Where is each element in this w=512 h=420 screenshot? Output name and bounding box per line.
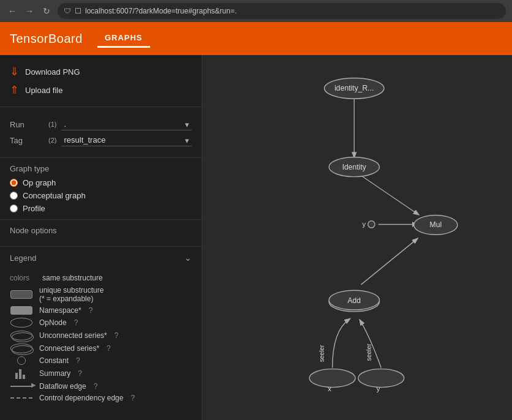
- unconnected-icon: [10, 331, 33, 340]
- profile-radio[interactable]: [10, 204, 18, 212]
- svg-text:Identity: Identity: [342, 163, 367, 171]
- legend-connected-q[interactable]: ?: [107, 344, 111, 353]
- legend-control-q[interactable]: ?: [130, 394, 135, 402]
- legend-connected-item: Connected series* ?: [10, 343, 192, 353]
- graph-svg: identity_R... Identity Mul y Add seeler …: [202, 55, 512, 420]
- constant-icon: [10, 356, 33, 365]
- run-number: (1): [48, 121, 56, 128]
- tag-select-wrapper[interactable]: result_trace: [61, 134, 192, 146]
- legend-unconnected-label: Unconnected series*: [39, 331, 107, 340]
- legend-summary-item: Summary ?: [10, 368, 192, 379]
- legend-section: Legend ⌄ colors same substructure unique…: [0, 246, 201, 410]
- op-graph-label: Op graph: [23, 178, 56, 187]
- svg-point-11: [368, 221, 375, 228]
- file-actions-section: ⇓ Download PNG ⇑ Upload file: [0, 55, 201, 107]
- summary-icon: [10, 368, 33, 379]
- legend-opnode-q[interactable]: ?: [74, 318, 78, 327]
- legend-colors-label: colors: [10, 274, 37, 282]
- legend-dataflow-label: Dataflow edge: [39, 382, 86, 391]
- nav-tab-graphs[interactable]: GRAPHS: [97, 29, 150, 48]
- svg-text:seeler: seeler: [318, 345, 325, 362]
- unconnected-shape: [10, 331, 32, 340]
- svg-point-16: [309, 369, 355, 388]
- run-select[interactable]: .: [61, 118, 192, 130]
- svg-text:x: x: [328, 385, 331, 392]
- dataflow-shape: [10, 386, 32, 387]
- svg-text:identity_R...: identity_R...: [334, 84, 374, 92]
- legend-unconnected-item: Unconnected series* ?: [10, 331, 192, 340]
- forward-button[interactable]: →: [23, 5, 36, 17]
- back-button[interactable]: ←: [6, 5, 18, 17]
- tag-label: Tag: [10, 136, 43, 145]
- browser-chrome: ← → ↻ 🛡 ☐ localhost:6007/?darkMode=true#…: [0, 0, 512, 22]
- svg-point-19: [358, 369, 404, 388]
- legend-constant-item: Constant ?: [10, 356, 192, 365]
- svg-line-1: [361, 176, 419, 215]
- legend-namespace-label: Namespace*: [39, 306, 81, 315]
- summary-shape: [15, 368, 28, 379]
- shield-icon: 🛡: [64, 7, 71, 15]
- legend-opnode-item: OpNode ?: [10, 318, 192, 328]
- tag-row: Tag (2) result_trace: [10, 134, 192, 146]
- conceptual-graph-option[interactable]: Conceptual graph: [10, 191, 192, 200]
- svg-line-3: [361, 239, 418, 285]
- dataflow-icon: [10, 386, 33, 387]
- namespace-icon: [10, 306, 33, 315]
- legend-namespace-q[interactable]: ?: [89, 306, 93, 315]
- opnode-icon: [10, 318, 33, 328]
- legend-control-item: Control dependency edge ?: [10, 394, 192, 402]
- node-options-label: Node options: [10, 226, 192, 235]
- unique-shape: [10, 290, 32, 299]
- op-graph-option[interactable]: Op graph: [10, 178, 192, 187]
- profile-label: Profile: [23, 204, 45, 213]
- profile-option[interactable]: Profile: [10, 204, 192, 213]
- download-png-button[interactable]: ⇓ Download PNG: [10, 62, 192, 81]
- graph-canvas[interactable]: identity_R... Identity Mul y Add seeler …: [202, 55, 512, 420]
- download-label: Download PNG: [25, 67, 80, 77]
- sidebar: ⇓ Download PNG ⇑ Upload file Run (1) . T…: [0, 55, 202, 420]
- legend-summary-label: Summary: [39, 369, 70, 378]
- tag-number: (2): [48, 137, 56, 144]
- legend-opnode-label: OpNode: [39, 318, 67, 327]
- run-tag-section: Run (1) . Tag (2) result_trace: [0, 107, 201, 158]
- run-select-wrapper[interactable]: .: [61, 118, 192, 130]
- control-icon: [10, 397, 33, 399]
- svg-text:Mul: Mul: [430, 220, 442, 229]
- main-layout: ⇓ Download PNG ⇑ Upload file Run (1) . T…: [0, 55, 512, 420]
- unique-icon: [10, 290, 33, 299]
- upload-icon: ⇑: [10, 83, 19, 97]
- address-bar-icon: ☐: [75, 7, 81, 15]
- legend-summary-q[interactable]: ?: [78, 369, 82, 378]
- radio-group: Op graph Conceptual graph Profile: [10, 178, 192, 213]
- legend-unconnected-q[interactable]: ?: [115, 331, 119, 340]
- upload-file-button[interactable]: ⇑ Upload file: [10, 81, 192, 99]
- legend-title: Legend: [10, 253, 36, 263]
- conceptual-graph-label: Conceptual graph: [23, 191, 86, 200]
- address-bar[interactable]: 🛡 ☐ localhost:6007/?darkMode=true#graphs…: [58, 3, 506, 19]
- legend-unique-item: unique substructure (* = expandable): [10, 286, 192, 303]
- run-row: Run (1) .: [10, 118, 192, 130]
- legend-unique-label: unique substructure (* = expandable): [39, 286, 104, 303]
- legend-dataflow-q[interactable]: ?: [94, 382, 98, 391]
- conceptual-graph-radio[interactable]: [10, 192, 18, 200]
- legend-colors-row: colors same substructure: [10, 274, 192, 282]
- legend-header[interactable]: Legend ⌄: [0, 247, 201, 269]
- legend-dataflow-item: Dataflow edge ?: [10, 382, 192, 391]
- svg-text:y: y: [362, 220, 366, 228]
- legend-constant-label: Constant: [39, 356, 69, 365]
- legend-control-label: Control dependency edge: [39, 394, 123, 402]
- op-graph-radio[interactable]: [10, 179, 18, 187]
- svg-text:y: y: [377, 385, 380, 392]
- constant-shape: [17, 356, 26, 365]
- reload-button[interactable]: ↻: [40, 5, 53, 17]
- svg-text:Add: Add: [347, 296, 361, 305]
- connected-icon: [10, 343, 33, 353]
- tag-select[interactable]: result_trace: [61, 134, 192, 146]
- url-text: localhost:6007/?darkMode=true#graphs&run…: [85, 7, 237, 15]
- node-options-section: Node options: [0, 219, 201, 246]
- namespace-shape: [10, 306, 32, 315]
- svg-text:seeler: seeler: [366, 343, 372, 361]
- graph-type-label: Graph type: [10, 164, 192, 173]
- legend-constant-q[interactable]: ?: [76, 356, 80, 365]
- legend-chevron-icon: ⌄: [184, 253, 192, 263]
